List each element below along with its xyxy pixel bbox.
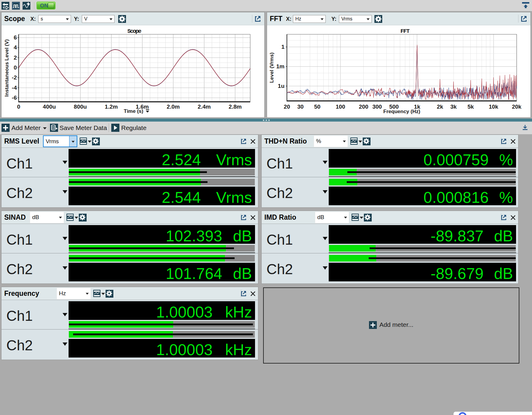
- svg-text:Scope: Scope: [128, 28, 142, 35]
- svg-text:2k: 2k: [437, 104, 443, 110]
- svg-text:1m: 1m: [276, 63, 284, 70]
- svg-text:0: 0: [14, 64, 17, 71]
- svg-text:2.0m: 2.0m: [167, 104, 180, 110]
- svg-text:20k: 20k: [512, 104, 521, 110]
- svg-text:4: 4: [14, 44, 17, 51]
- svg-text:Frequency (Hz): Frequency (Hz): [383, 109, 420, 114]
- svg-text:3k: 3k: [450, 104, 457, 110]
- svg-text:-4: -4: [12, 85, 17, 91]
- svg-text:2.4m: 2.4m: [198, 104, 211, 110]
- svg-text:200: 200: [359, 104, 368, 110]
- svg-text:-2: -2: [12, 74, 17, 81]
- svg-text:30: 30: [297, 104, 303, 110]
- svg-text:2: 2: [14, 54, 17, 61]
- svg-text:FFT: FFT: [401, 28, 410, 35]
- svg-text:1: 1: [281, 44, 284, 50]
- svg-text:50: 50: [314, 104, 320, 110]
- svg-text:10k: 10k: [489, 104, 498, 110]
- svg-text:100: 100: [336, 104, 345, 110]
- svg-text:Time (s): Time (s): [124, 108, 143, 114]
- svg-text:0: 0: [17, 104, 20, 110]
- svg-text:-6: -6: [12, 94, 17, 101]
- svg-text:6: 6: [14, 34, 17, 41]
- svg-text:5k: 5k: [467, 104, 474, 110]
- svg-text:20: 20: [284, 104, 290, 110]
- svg-text:800u: 800u: [74, 104, 87, 110]
- svg-text:2.8m: 2.8m: [229, 104, 241, 110]
- svg-text:1u: 1u: [278, 83, 284, 89]
- svg-text:Instantaneous Level (V): Instantaneous Level (V): [4, 39, 10, 97]
- svg-text:300: 300: [372, 104, 382, 110]
- svg-text:Level (Vrms): Level (Vrms): [269, 52, 275, 83]
- svg-text:1.2m: 1.2m: [105, 104, 118, 110]
- svg-text:400u: 400u: [43, 104, 56, 110]
